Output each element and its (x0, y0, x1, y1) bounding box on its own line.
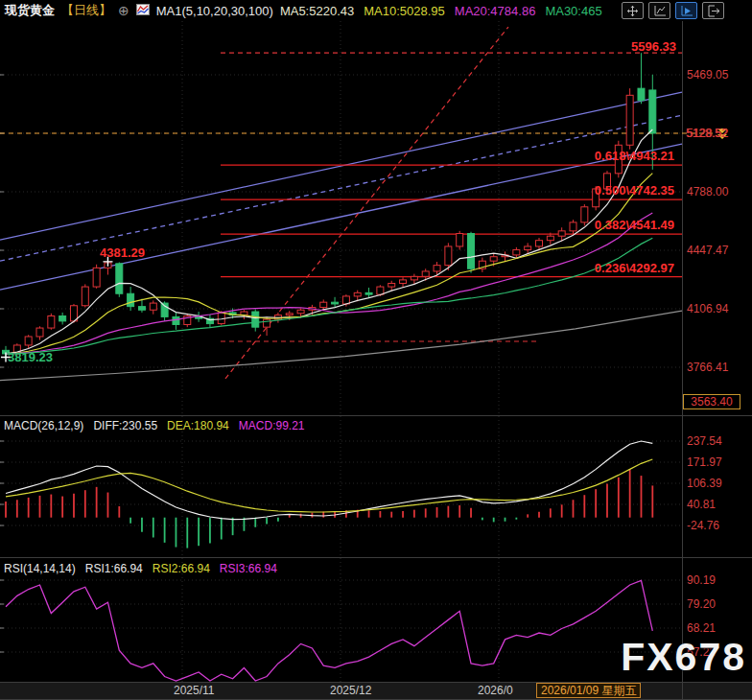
watermark-logo: FX678 (621, 635, 746, 680)
swing-high-label: 5596.33 (631, 39, 676, 54)
swing-low-label: 3819.23 (8, 350, 53, 364)
selected-date-box: 2026/01/09 星期五 (536, 683, 641, 698)
pan-icon[interactable] (622, 2, 644, 19)
rsi2-value: RSI2:66.94 (153, 562, 210, 575)
mini-chart-icon (136, 4, 150, 18)
macd-diff-value: DIFF:230.55 (93, 419, 157, 432)
macd-macd-value: MACD:99.21 (239, 419, 305, 432)
rsi-header: RSI(14,14,14) RSI1:66.94 RSI2:66.94 RSI3… (4, 562, 277, 575)
indicator-play-icon[interactable] (675, 2, 697, 19)
toolbar (622, 2, 724, 19)
axis-scale-icon[interactable] (648, 2, 670, 19)
macd-dea-value: DEA:180.94 (167, 419, 229, 432)
circle-plus-icon[interactable]: ⊕ (118, 4, 129, 17)
ma-values: MA5:5220.43MA10:5028.95MA20:4784.86MA30:… (280, 4, 612, 18)
chart-surface[interactable] (0, 0, 752, 700)
period-label: 【日线】 (61, 2, 111, 19)
last-price-box: 3563.40 (683, 394, 740, 409)
chart-app: 5809.585469.055128.524788.004447.474106.… (0, 0, 752, 700)
peak-price-label: 4381.29 (100, 245, 145, 260)
ma-value-label: MA5:5220.43 (280, 4, 354, 18)
ma-value-label: MA30:465 (545, 4, 601, 18)
rsi-title: RSI(14,14,14) (4, 562, 76, 575)
macd-title: MACD(26,12,9) (4, 419, 83, 432)
window-switch-icon[interactable] (702, 2, 724, 19)
rsi1-value: RSI1:66.94 (85, 562, 143, 575)
symbol-title: 现货黄金 (5, 2, 55, 19)
current-price-label: 5128.52 (686, 127, 727, 140)
ma-value-label: MA20:4784.86 (455, 4, 536, 18)
ma-value-label: MA10:5028.95 (364, 4, 445, 18)
macd-header: MACD(26,12,9) DIFF:230.55 DEA:180.94 MAC… (4, 419, 305, 432)
rsi3-value: RSI3:66.94 (220, 562, 277, 575)
ma-indicator-label: MA1(5,10,20,30,100) (156, 4, 273, 18)
